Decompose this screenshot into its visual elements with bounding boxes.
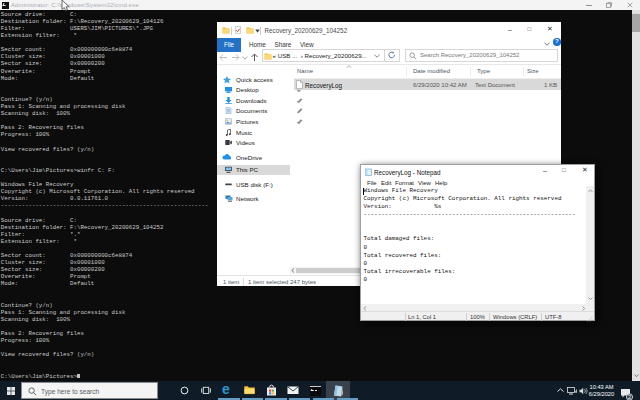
svg-text:2: 2 [628, 394, 631, 400]
